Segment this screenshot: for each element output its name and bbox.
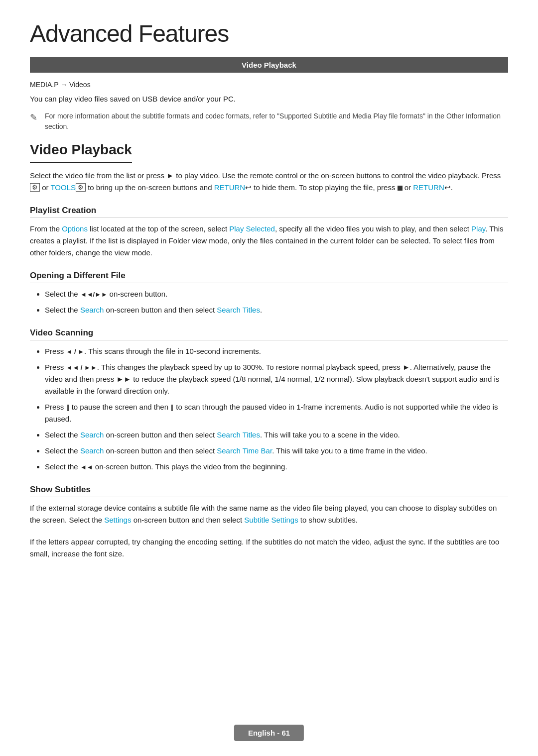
section-header-bar: Video Playback: [30, 57, 508, 73]
stop-icon: [398, 186, 403, 191]
playlist-creation-text: From the Options list located at the top…: [30, 223, 508, 259]
list-item: Select the ◄◄ on-screen button. This pla…: [45, 461, 508, 473]
search-link3[interactable]: Search: [80, 446, 104, 455]
rewind-icon: ◄◄: [80, 463, 93, 471]
pause-icon2: ‖: [170, 404, 174, 411]
tools-link[interactable]: TOOLS: [50, 183, 76, 192]
breadcrumb-arrow: →: [58, 81, 69, 89]
list-item: Select the Search on-screen button and t…: [45, 429, 508, 441]
show-subtitles-text1: If the external storage device contains …: [30, 502, 508, 526]
video-playback-description: Select the video file from the list or p…: [30, 170, 508, 194]
search-link1[interactable]: Search: [80, 306, 104, 314]
play-link[interactable]: Play: [471, 224, 485, 233]
skip-nav-icon: ◄◄/►►: [80, 291, 110, 298]
search-time-bar-link[interactable]: Search Time Bar: [217, 446, 272, 455]
double-left-right-icon: ◄◄ / ►►: [66, 364, 97, 371]
options-link[interactable]: Options: [62, 224, 88, 233]
video-playback-title: Video Playback: [30, 142, 132, 163]
intro-text: You can play video files saved on USB de…: [30, 94, 508, 105]
breadcrumb-videos[interactable]: Videos: [69, 81, 91, 89]
opening-different-file-list: Select the ◄◄/►► on-screen button. Selec…: [30, 288, 508, 316]
note-block: For more information about the subtitle …: [30, 111, 508, 132]
video-scanning-title: Video Scanning: [30, 328, 508, 340]
subtitle-settings-link[interactable]: Subtitle Settings: [244, 516, 298, 524]
playlist-creation-title: Playlist Creation: [30, 206, 508, 218]
search-titles-link1[interactable]: Search Titles: [217, 306, 260, 314]
show-subtitles-title: Show Subtitles: [30, 485, 508, 497]
playlist-creation-section: Playlist Creation From the Options list …: [30, 206, 508, 259]
footer-label: English - 61: [234, 725, 304, 741]
breadcrumb: MEDIA.P → Videos: [30, 81, 508, 89]
list-item: Select the ◄◄/►► on-screen button.: [45, 288, 508, 300]
return-link2[interactable]: RETURN: [413, 183, 444, 192]
video-playback-section: Video Playback Select the video file fro…: [30, 142, 508, 194]
search-titles-link2[interactable]: Search Titles: [217, 431, 260, 439]
show-subtitles-text2: If the letters appear corrupted, try cha…: [30, 536, 508, 560]
list-item: Press ◄◄ / ►►. This changes the playback…: [45, 361, 508, 397]
return-link[interactable]: RETURN: [214, 183, 246, 192]
play-selected-link[interactable]: Play Selected: [229, 224, 275, 233]
left-right-icon: ◄ / ►: [66, 348, 85, 355]
tools-icon2: ⚙: [76, 183, 86, 192]
pause-icon: ‖: [66, 404, 70, 411]
list-item: Select the Search on-screen button and t…: [45, 304, 508, 316]
page-title: Advanced Features: [30, 20, 508, 47]
video-scanning-section: Video Scanning Press ◄ / ►. This scans t…: [30, 328, 508, 473]
opening-different-file-title: Opening a Different File: [30, 271, 508, 283]
list-item: Press ◄ / ►. This scans through the file…: [45, 345, 508, 357]
show-subtitles-section: Show Subtitles If the external storage d…: [30, 485, 508, 560]
opening-different-file-section: Opening a Different File Select the ◄◄/►…: [30, 271, 508, 316]
search-link2[interactable]: Search: [80, 431, 104, 439]
list-item: Press ‖ to pause the screen and then ‖ t…: [45, 401, 508, 425]
tools-icon: ⚙: [30, 183, 40, 192]
settings-link[interactable]: Settings: [104, 516, 131, 524]
breadcrumb-mediap[interactable]: MEDIA.P: [30, 81, 58, 89]
video-scanning-list: Press ◄ / ►. This scans through the file…: [30, 345, 508, 473]
list-item: Select the Search on-screen button and t…: [45, 445, 508, 457]
